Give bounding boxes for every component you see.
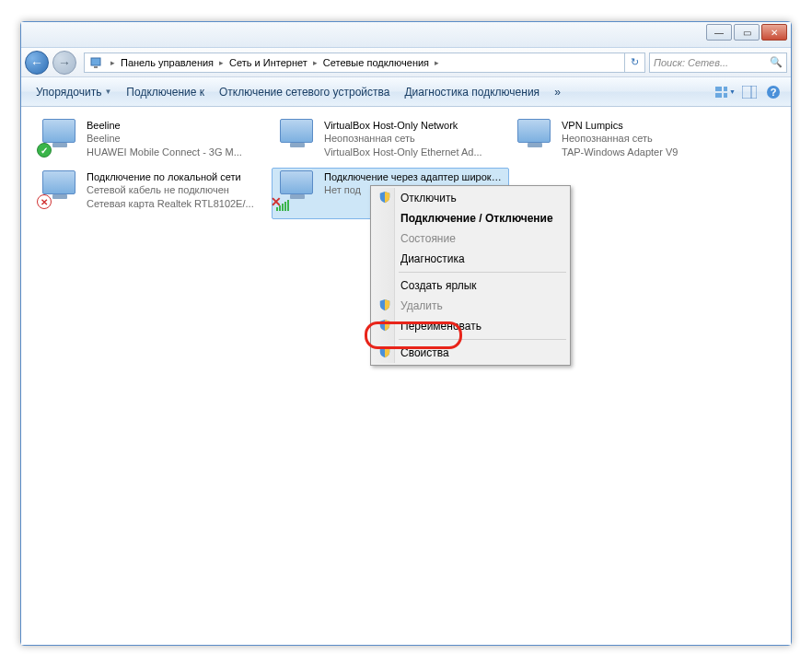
context-menu-item[interactable]: Подключение / Отключение	[373, 208, 568, 228]
network-adapter-icon	[512, 119, 556, 158]
help-button[interactable]: ?	[763, 82, 783, 102]
network-icon	[89, 55, 104, 70]
network-adapter-icon: ✕	[37, 170, 81, 209]
nav-back-button[interactable]: ←	[25, 51, 49, 75]
connection-adapter: TAP-Windows Adapter V9	[562, 146, 678, 158]
diagnose-button[interactable]: Диагностика подключения	[397, 82, 547, 102]
breadcrumb-item[interactable]: Сетевые подключения	[321, 57, 431, 68]
breadcrumb-item[interactable]: Панель управления	[119, 57, 215, 68]
toolbar-more-button[interactable]: »	[547, 82, 568, 102]
svg-rect-3	[724, 87, 727, 91]
svg-rect-4	[715, 93, 722, 98]
chevron-down-icon: ▼	[104, 88, 111, 96]
svg-text:?: ?	[771, 87, 777, 98]
uac-shield-icon	[378, 319, 393, 333]
context-menu-item[interactable]: Свойства	[373, 343, 568, 363]
network-adapter-icon	[274, 119, 319, 158]
connection-item[interactable]: VirtualBox Host-Only NetworkНеопознанная…	[272, 116, 509, 168]
menu-item-label: Создать ярлык	[400, 279, 477, 292]
network-adapter-icon: ✓	[37, 119, 81, 158]
connection-name: Подключение через адаптер широкополосной…	[324, 170, 506, 183]
context-menu-item[interactable]: Диагностика	[373, 249, 568, 269]
connection-adapter: Сетевая карта Realtek RTL8102E/...	[87, 197, 254, 210]
search-icon: 🔍	[770, 56, 783, 68]
connection-name: VPN Lumpics	[562, 119, 678, 132]
view-options-button[interactable]: ▼	[715, 82, 736, 102]
breadcrumb-item[interactable]: Сеть и Интернет	[227, 57, 309, 68]
connection-adapter: VirtualBox Host-Only Ethernet Ad...	[324, 146, 482, 158]
menu-item-label: Удалить	[400, 299, 443, 312]
menu-separator	[399, 339, 566, 340]
context-menu-item[interactable]: Переименовать	[373, 316, 568, 336]
menu-item-label: Подключение / Отключение	[400, 212, 553, 225]
nav-forward-button[interactable]: →	[52, 51, 76, 75]
network-adapter-icon: ✕	[274, 170, 319, 209]
breadcrumb[interactable]: ▸ Панель управления ▸ Сеть и Интернет ▸ …	[84, 53, 645, 73]
chevron-right-icon: ▸	[110, 58, 115, 67]
svg-rect-0	[91, 58, 100, 65]
chevron-down-icon: ▼	[729, 88, 736, 95]
navbar: ← → ▸ Панель управления ▸ Сеть и Интерне…	[21, 48, 791, 77]
connection-name: Beeline	[87, 119, 242, 132]
context-menu-item[interactable]: Отключить	[373, 188, 568, 208]
uac-shield-icon	[378, 298, 393, 313]
connect-to-button[interactable]: Подключение к	[119, 82, 212, 102]
connection-name: Подключение по локальной сети	[87, 170, 254, 183]
svg-rect-5	[724, 93, 727, 98]
connection-status: Beeline	[87, 132, 242, 145]
menu-item-label: Переименовать	[400, 320, 481, 333]
connection-item[interactable]: ✓BeelineBeelineHUAWEI Mobile Connect - 3…	[34, 116, 272, 168]
connection-item[interactable]: VPN LumpicsНеопознанная сетьTAP-Windows …	[509, 116, 747, 168]
minimize-button[interactable]: —	[706, 24, 732, 41]
chevron-right-icon: ▸	[435, 58, 439, 67]
menu-separator	[399, 272, 566, 273]
uac-shield-icon	[378, 345, 393, 360]
organize-button[interactable]: Упорядочить▼	[29, 82, 119, 102]
menu-item-label: Отключить	[400, 192, 457, 204]
menu-item-label: Свойства	[400, 346, 449, 359]
connection-status: Неопознанная сеть	[324, 132, 482, 145]
refresh-button[interactable]: ↻	[624, 53, 644, 73]
context-menu-item: Состояние	[373, 228, 568, 249]
menu-item-label: Состояние	[400, 232, 456, 245]
signal-icon	[276, 200, 289, 211]
disable-device-button[interactable]: Отключение сетевого устройства	[212, 82, 397, 102]
svg-rect-2	[715, 87, 722, 91]
svg-rect-1	[94, 66, 98, 68]
close-button[interactable]: ✕	[761, 24, 787, 41]
connection-status: Неопознанная сеть	[562, 132, 678, 145]
menu-item-label: Диагностика	[400, 252, 465, 265]
preview-pane-button[interactable]	[739, 82, 760, 102]
chevron-right-icon: ▸	[313, 58, 318, 67]
context-menu: ОтключитьПодключение / ОтключениеСостоян…	[370, 185, 571, 366]
search-placeholder: Поиск: Сетев...	[654, 57, 728, 68]
connection-status: Сетевой кабель не подключен	[87, 183, 254, 196]
search-input[interactable]: Поиск: Сетев... 🔍	[649, 53, 787, 73]
maximize-button[interactable]: ▭	[734, 24, 760, 41]
context-menu-item[interactable]: Создать ярлык	[373, 275, 568, 296]
uac-shield-icon	[378, 191, 393, 205]
chevron-right-icon: ▸	[219, 58, 224, 67]
toolbar: Упорядочить▼ Подключение к Отключение се…	[21, 77, 791, 107]
status-error-icon: ✕	[37, 194, 52, 209]
connection-adapter: HUAWEI Mobile Connect - 3G M...	[87, 146, 242, 158]
status-ok-icon: ✓	[37, 143, 52, 158]
svg-rect-6	[742, 86, 757, 99]
connection-item[interactable]: ✕Подключение по локальной сетиСетевой ка…	[34, 168, 272, 219]
titlebar: — ▭ ✕	[21, 22, 791, 48]
connection-name: VirtualBox Host-Only Network	[324, 119, 482, 132]
context-menu-item: Удалить	[373, 296, 568, 316]
